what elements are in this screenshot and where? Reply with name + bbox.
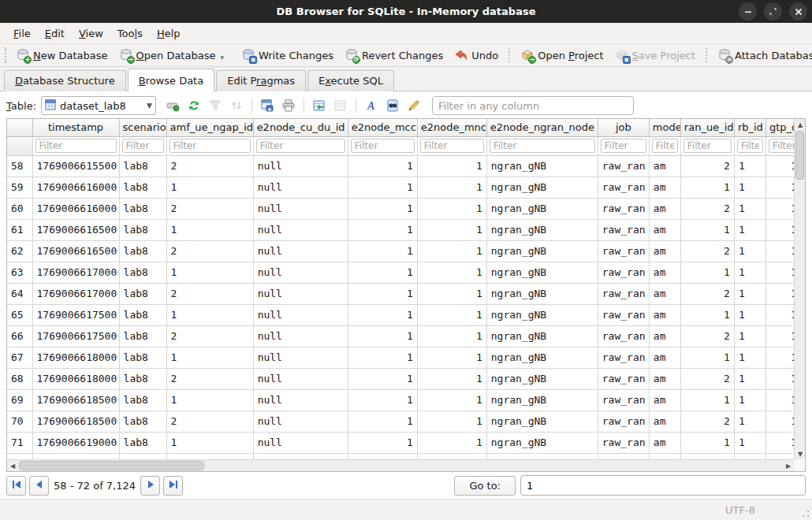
cell-rb_id[interactable]: 1 — [734, 410, 765, 432]
cell-rb_id[interactable]: 1 — [734, 198, 765, 219]
cell-timestamp[interactable]: 1769006617500 — [32, 325, 119, 347]
next-page-button[interactable] — [140, 476, 160, 496]
row-number[interactable]: 70 — [7, 410, 32, 432]
cell-e2node_ngran_node[interactable]: ngran_gNB — [486, 283, 598, 304]
first-record-button[interactable] — [6, 476, 26, 496]
goto-record-input[interactable] — [520, 475, 806, 496]
cell-e2node_mcc[interactable]: 1 — [348, 432, 417, 453]
cell-ran_ue_id[interactable]: 2 — [680, 368, 734, 389]
cell-gtp_qfi[interactable]: 1 — [765, 304, 794, 325]
toolbar-drag-handle[interactable] — [5, 47, 6, 63]
column-filter-input-e2node_mcc[interactable] — [351, 139, 415, 153]
cell-e2node_mcc[interactable]: 1 — [348, 304, 417, 325]
cell-e2node_ngran_node[interactable]: ngran_gNB — [486, 453, 598, 459]
cell-e2node_mcc[interactable]: 1 — [348, 453, 417, 459]
open-database-dropdown-icon[interactable]: ▾ — [220, 54, 224, 61]
last-record-button[interactable] — [163, 476, 183, 496]
cell-rb_id[interactable]: 1 — [734, 240, 765, 262]
menu-view[interactable]: View — [72, 24, 110, 43]
cell-e2node_mcc[interactable]: 1 — [348, 347, 417, 368]
tab-edit-pragmas[interactable]: Edit Pragmas — [216, 70, 306, 91]
cell-e2node_mcc[interactable]: 1 — [348, 389, 417, 410]
cell-e2node_mnc[interactable]: 1 — [417, 410, 486, 432]
cell-ran_ue_id[interactable]: 2 — [680, 410, 734, 432]
cell-rb_id[interactable]: 1 — [734, 283, 765, 304]
refresh-button[interactable] — [185, 97, 203, 114]
cell-timestamp[interactable]: 1769006617000 — [32, 283, 119, 304]
cell-mode[interactable]: am — [649, 198, 680, 219]
cell-ran_ue_id[interactable]: 2 — [680, 198, 734, 219]
cell-scenario[interactable]: lab8 — [119, 240, 166, 262]
cell-e2node_mnc[interactable]: 1 — [417, 389, 486, 410]
cell-e2node_ngran_node[interactable]: ngran_gNB — [486, 240, 598, 262]
cell-e2node_cu_du_id[interactable]: null — [253, 389, 348, 410]
cell-mode[interactable]: am — [649, 240, 680, 262]
column-header-ran_ue_id[interactable]: ran_ue_id — [680, 119, 734, 136]
cell-ran_ue_id[interactable]: 2 — [680, 453, 734, 459]
tab-execute-sql[interactable]: Execute SQL — [307, 70, 394, 91]
edit-cell-button[interactable] — [405, 97, 423, 114]
cell-e2node_ngran_node[interactable]: ngran_gNB — [486, 347, 598, 368]
cell-e2node_mnc[interactable]: 1 — [417, 219, 486, 240]
cell-amf_ue_ngap_id[interactable]: 2 — [166, 325, 253, 347]
cell-amf_ue_ngap_id[interactable]: 1 — [166, 432, 253, 453]
cell-e2node_ngran_node[interactable]: ngran_gNB — [486, 155, 598, 176]
cell-scenario[interactable]: lab8 — [119, 176, 166, 198]
row-number[interactable]: 59 — [7, 176, 32, 198]
column-header-job[interactable]: job — [598, 119, 649, 136]
cell-job[interactable]: raw_ran — [598, 155, 649, 176]
cell-scenario[interactable]: lab8 — [119, 304, 166, 325]
cell-e2node_ngran_node[interactable]: ngran_gNB — [486, 198, 598, 219]
cell-scenario[interactable]: lab8 — [119, 219, 166, 240]
cell-e2node_ngran_node[interactable]: ngran_gNB — [486, 368, 598, 389]
cell-gtp_qfi[interactable]: 1 — [765, 347, 794, 368]
cell-ran_ue_id[interactable]: 1 — [680, 432, 734, 453]
save-project-button[interactable]: ▪ Save Project — [609, 46, 702, 65]
cell-scenario[interactable]: lab8 — [119, 389, 166, 410]
cell-scenario[interactable]: lab8 — [119, 368, 166, 389]
cell-mode[interactable]: am — [649, 389, 680, 410]
cell-amf_ue_ngap_id[interactable]: 1 — [166, 262, 253, 283]
column-header-e2node_ngran_node[interactable]: e2node_ngran_node — [486, 119, 598, 136]
menu-file[interactable]: File — [6, 24, 38, 43]
save-table-button[interactable] — [259, 97, 276, 114]
cell-amf_ue_ngap_id[interactable]: 1 — [166, 347, 253, 368]
column-header-e2node_cu_du_id[interactable]: e2node_cu_du_id — [253, 119, 348, 136]
row-number[interactable]: 66 — [7, 325, 32, 347]
row-number[interactable]: 69 — [7, 389, 32, 410]
cell-job[interactable]: raw_ran — [598, 368, 649, 389]
cell-timestamp[interactable]: 1769006618500 — [32, 389, 119, 410]
cell-rb_id[interactable]: 1 — [734, 176, 765, 198]
cell-rb_id[interactable]: 1 — [734, 325, 765, 347]
cell-job[interactable]: raw_ran — [598, 453, 649, 459]
cell-timestamp[interactable]: 1769006616500 — [32, 240, 119, 262]
menu-help[interactable]: Help — [150, 24, 188, 43]
cell-timestamp[interactable]: 1769006616000 — [32, 176, 119, 198]
cell-amf_ue_ngap_id[interactable]: 2 — [166, 453, 253, 459]
row-number[interactable]: 63 — [7, 262, 32, 283]
cell-rb_id[interactable]: 1 — [734, 368, 765, 389]
tab-browse-data[interactable]: Browse Data — [128, 69, 215, 91]
row-number[interactable]: 61 — [7, 219, 32, 240]
restore-button[interactable] — [764, 2, 782, 20]
corner-cell[interactable] — [7, 119, 32, 136]
column-filter-input-mode[interactable] — [652, 139, 678, 153]
cell-e2node_cu_du_id[interactable]: null — [253, 432, 348, 453]
column-filter-input-ran_ue_id[interactable] — [683, 139, 732, 153]
cell-e2node_mnc[interactable]: 1 — [417, 325, 486, 347]
filter-any-column-input[interactable] — [432, 96, 634, 115]
cell-gtp_qfi[interactable]: 1 — [765, 262, 794, 283]
cell-gtp_qfi[interactable]: 1 — [765, 453, 794, 459]
cell-mode[interactable]: am — [649, 432, 680, 453]
row-number[interactable]: 67 — [7, 347, 32, 368]
cell-e2node_mcc[interactable]: 1 — [348, 262, 417, 283]
cell-ran_ue_id[interactable]: 1 — [680, 176, 734, 198]
minimize-button[interactable] — [739, 2, 757, 20]
cell-timestamp[interactable]: 1769006619000 — [32, 453, 119, 459]
row-number[interactable]: 72 — [7, 453, 32, 459]
row-number[interactable]: 64 — [7, 283, 32, 304]
cell-timestamp[interactable]: 1769006615500 — [32, 155, 119, 176]
cell-timestamp[interactable]: 1769006618000 — [32, 368, 119, 389]
open-project-button[interactable]: → Open Project — [515, 46, 609, 65]
cell-mode[interactable]: am — [649, 262, 680, 283]
